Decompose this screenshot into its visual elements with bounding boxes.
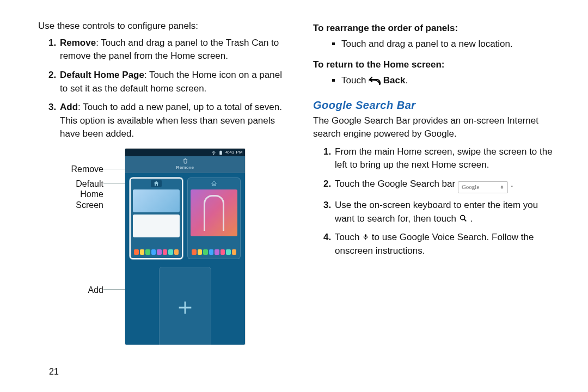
panels-steps: Remove: Touch and drag a panel to the Tr… [38, 36, 283, 141]
heading-rearrange: To rearrange the order of panels: [313, 22, 558, 35]
home-icon [153, 180, 160, 187]
term-default-home: Default Home Page [60, 70, 144, 80]
term-add: Add [60, 102, 78, 112]
heading-return-home: To return to the Home screen: [313, 58, 558, 72]
plus-icon [176, 298, 194, 317]
bookmark-widget [191, 189, 237, 236]
return-home-list: Touch Back. [313, 74, 558, 88]
step-add: Add: Touch to add a new panel, up to a t… [59, 101, 283, 141]
gsb-step-4: Touch to use Google Voice Search. Follow… [334, 231, 558, 258]
back-label: Back [383, 75, 406, 85]
microphone-icon [362, 232, 369, 241]
step-remove: Remove: Touch and drag a panel to the Tr… [59, 36, 283, 63]
callout-remove-label: Remove [71, 164, 103, 174]
gsb-step-1: From the main Home screen, swipe the scr… [334, 145, 558, 172]
gsb-step-3-post: . [470, 213, 473, 224]
gsb-step-2-post: . [511, 179, 513, 189]
callout-default-home-label: Default Home Screen [76, 179, 103, 210]
app-dock [133, 248, 180, 256]
google-search-bar-chip: Google [458, 181, 508, 193]
phone-remove-bar: Remove [125, 156, 245, 173]
phone-screenshot: 4:43 PM Remove [125, 149, 245, 345]
gsb-step-3: Use the on-screen keyboard to enter the … [334, 199, 558, 225]
calendar-widget [133, 215, 180, 237]
wifi-icon [211, 150, 216, 155]
step-default-home: Default Home Page: Touch the Home icon o… [59, 69, 283, 95]
page-number: 21 [49, 365, 59, 378]
search-icon [459, 214, 468, 223]
microphone-icon [500, 184, 504, 191]
home-chip-outline [209, 180, 219, 187]
trash-icon [182, 158, 188, 164]
phone-remove-label: Remove [176, 164, 194, 171]
home-outline-icon [211, 180, 217, 187]
google-search-steps: From the main Home screen, swipe the scr… [313, 145, 558, 258]
add-panel-zone [159, 267, 211, 345]
panels-intro: Use these controls to configure panels: [38, 20, 283, 33]
back-icon [369, 76, 381, 85]
return-home-item: Touch Back. [341, 74, 558, 88]
return-home-period: . [405, 75, 408, 85]
gsb-step-2-pre: Touch the Google Search bar [335, 179, 458, 189]
svg-point-0 [460, 215, 464, 219]
gsb-step-2: Touch the Google Search bar Google . [334, 177, 558, 193]
callout-add-label: Add [88, 285, 103, 295]
home-panel-2 [187, 177, 241, 259]
figure-callout-labels: Remove Default Home Screen Add [38, 149, 103, 345]
panels-figure: Remove Default Home Screen Add [38, 149, 283, 345]
step-add-text: : Touch to add a new panel, up to a tota… [60, 102, 282, 139]
google-label: Google [462, 183, 479, 192]
phone-time: 4:43 PM [225, 149, 243, 156]
battery-icon [218, 150, 223, 155]
section-google-search-bar: Google Search Bar [313, 97, 558, 113]
rearrange-list: Touch and drag a panel to a new location… [313, 38, 558, 51]
home-panel-1 [130, 177, 183, 259]
phone-panel-row [125, 173, 245, 259]
figure-leader-lines [103, 149, 125, 345]
return-home-pre: Touch [341, 75, 369, 85]
term-remove: Remove [60, 38, 96, 48]
google-search-desc: The Google Search Bar provides an on-scr… [313, 114, 558, 141]
rearrange-item: Touch and drag a panel to a new location… [341, 38, 558, 51]
home-chip-filled [151, 180, 162, 187]
gsb-step-4-pre: Touch [335, 232, 362, 242]
gsb-step-3-pre: Use the on-screen keyboard to enter the … [335, 200, 538, 224]
weather-widget [133, 189, 180, 212]
app-dock [191, 248, 237, 256]
phone-status-bar: 4:43 PM [125, 149, 245, 156]
